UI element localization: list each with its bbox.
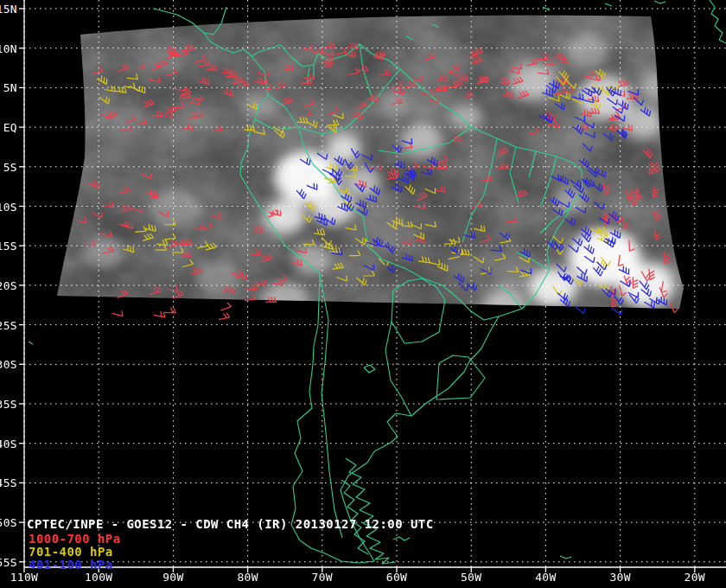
lon-label-30W: 30W xyxy=(599,571,642,584)
legend-low-level: 1000-700 hPa xyxy=(29,533,121,545)
legend-mid-level: 701-400 hPa xyxy=(29,546,113,558)
cloud-blob xyxy=(81,234,123,267)
coastline-path xyxy=(436,355,485,399)
lat-label-5S: 5S xyxy=(0,161,17,174)
south-america-satellite-map xyxy=(0,0,726,588)
lat-label-25S: 25S xyxy=(0,319,17,332)
lon-label-60W: 60W xyxy=(375,571,418,584)
cloud-blob xyxy=(327,135,361,163)
coastline-path xyxy=(385,322,411,416)
cloud-blob xyxy=(261,282,309,321)
lat-label-30S: 30S xyxy=(0,358,17,371)
coastline-path xyxy=(364,365,375,373)
coastline-path xyxy=(560,556,571,559)
lat-label-20S: 20S xyxy=(0,279,17,292)
satellite-wind-product-screen: 15N10N5NEQ5S10S15S20S25S30S35S40S45S50S5… xyxy=(0,0,726,588)
coastline-path xyxy=(654,1,666,3)
lon-label-50W: 50W xyxy=(449,571,493,584)
lat-label-50S: 50S xyxy=(0,516,17,529)
product-title: CPTEC/INPE - GOES12 - CDW CH4 (IR) 20130… xyxy=(27,518,434,530)
lon-label-40W: 40W xyxy=(524,571,567,584)
satellite-swath-layer xyxy=(57,16,684,324)
lat-label-10N: 10N xyxy=(0,42,17,55)
lat-label-35S: 35S xyxy=(0,398,17,411)
lat-label-5N: 5N xyxy=(0,81,17,94)
lon-label-70W: 70W xyxy=(301,571,344,584)
lat-label-15S: 15S xyxy=(0,240,17,252)
lon-label-80W: 80W xyxy=(226,571,270,584)
lon-label-90W: 90W xyxy=(151,571,194,584)
lat-label-55S: 55S xyxy=(0,556,17,569)
cloud-blob xyxy=(640,73,674,100)
cloud-blob xyxy=(153,190,201,229)
lat-label-10S: 10S xyxy=(0,201,17,214)
lat-label-EQ: EQ xyxy=(0,121,17,134)
cloud-blob xyxy=(451,105,482,130)
coastline-path xyxy=(605,3,612,6)
cloud-blob xyxy=(240,88,278,118)
lat-label-15N: 15N xyxy=(0,3,17,16)
lon-label-110W: 110W xyxy=(3,571,46,584)
coastline-path xyxy=(320,275,342,538)
coastline-path xyxy=(710,0,726,43)
legend-high-level: 401-100 hPa xyxy=(29,559,113,571)
lon-label-100W: 100W xyxy=(77,571,120,584)
lat-label-40S: 40S xyxy=(0,438,17,451)
coastline-path xyxy=(29,342,33,344)
lon-label-20W: 20W xyxy=(673,571,716,584)
cloud-blob xyxy=(566,35,609,69)
coastline-path xyxy=(393,537,410,540)
lat-label-45S: 45S xyxy=(0,476,17,489)
cloud-blob xyxy=(194,259,238,294)
